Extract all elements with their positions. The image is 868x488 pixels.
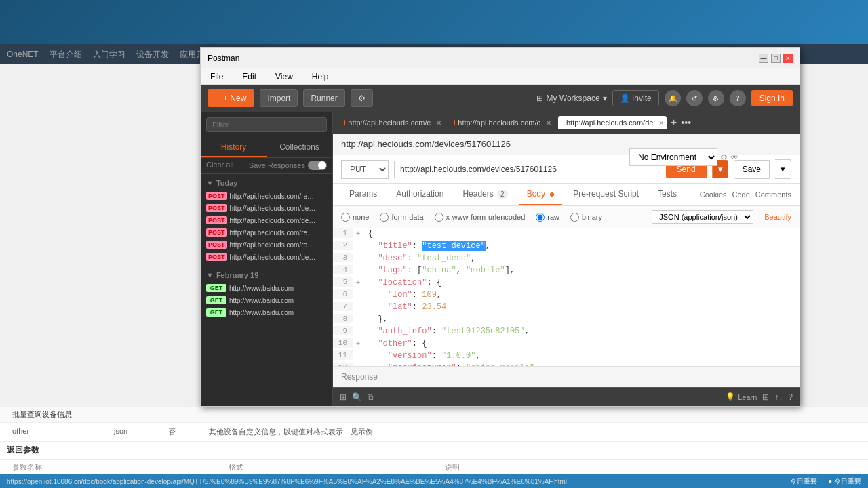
bg-header <box>0 0 868 44</box>
tab-add-button[interactable]: + <box>671 117 677 129</box>
code-line-9: 9 "auth_info": "test01235n82105", <box>333 326 800 338</box>
line-expand-1[interactable]: + <box>353 228 363 238</box>
invite-button[interactable]: 👤 Invite <box>612 90 659 106</box>
history-url: http://api.heclouds.com/register_de?regi… <box>230 229 318 237</box>
tab-headers[interactable]: Headers 2 <box>454 184 515 205</box>
list-item[interactable]: GET http://www.baidu.com <box>206 306 327 319</box>
menu-file[interactable]: File <box>206 70 227 83</box>
none-radio[interactable] <box>341 213 350 222</box>
tab-collections[interactable]: Collections <box>267 138 332 157</box>
comments-link[interactable]: Comments <box>755 190 791 199</box>
line-num-4: 4 <box>333 265 353 274</box>
tab-tests[interactable]: Tests <box>650 184 685 205</box>
tab-item-2[interactable]: http://api.heclouds.com/c ✕ <box>448 116 557 129</box>
title-bar-left: Postman <box>208 54 239 63</box>
binary-radio[interactable] <box>570 213 579 222</box>
line-expand-10[interactable]: + <box>353 338 363 348</box>
tab-close-2[interactable]: ✕ <box>546 119 551 127</box>
list-item[interactable]: GET http://www.baidu.com <box>206 282 327 294</box>
form-data-option[interactable]: form-data <box>380 213 423 222</box>
clear-all-button[interactable]: Clear all <box>206 161 233 170</box>
settings-icon[interactable]: ⚙ <box>708 90 724 106</box>
tab-label-1: http://api.heclouds.com/c <box>348 119 431 127</box>
bottom-icon-3[interactable]: ⧉ <box>368 392 374 402</box>
line-num-9: 9 <box>333 326 353 336</box>
list-item[interactable]: POST http://api.heclouds.com/devices <box>206 251 327 263</box>
sync-icon[interactable]: ↺ <box>686 90 703 106</box>
history-url: http://www.baidu.com <box>229 309 294 317</box>
menu-view[interactable]: View <box>271 70 297 83</box>
none-option[interactable]: none <box>341 213 369 222</box>
list-item[interactable]: POST http://api.heclouds.com/register_de… <box>206 190 327 202</box>
menu-edit[interactable]: Edit <box>238 70 260 83</box>
list-item[interactable]: GET http://www.baidu.com <box>206 294 327 306</box>
urlencoded-option[interactable]: x-www-form-urlencoded <box>435 213 526 222</box>
beautify-button[interactable]: Beautify <box>764 213 791 221</box>
bottom-right-icon-2[interactable]: ↑↓ <box>774 392 783 402</box>
line-content-7: "lat": 23.54 <box>363 302 446 312</box>
tab-close-3[interactable]: ✕ <box>658 119 664 127</box>
body-dot <box>550 192 554 197</box>
notification-icon[interactable]: 🔔 <box>665 90 681 106</box>
form-data-radio[interactable] <box>380 213 389 222</box>
line-expand-2 <box>353 241 363 242</box>
line-expand-5[interactable]: + <box>353 277 363 287</box>
menu-help[interactable]: Help <box>308 70 333 83</box>
filter-input[interactable] <box>206 117 327 132</box>
urlencoded-radio[interactable] <box>435 213 443 222</box>
nav-item-1[interactable]: OneNET <box>7 49 39 59</box>
json-type-select[interactable]: JSON (application/json) <box>652 210 753 224</box>
learn-button[interactable]: 💡 Learn <box>726 392 757 401</box>
bottom-right-icon-1[interactable]: ⊞ <box>762 392 769 402</box>
code-editor[interactable]: 1 + { 2 "title": "test_device", 3 "desc"… <box>333 228 800 366</box>
tab-dot-1 <box>344 120 345 125</box>
import-button[interactable]: Import <box>260 89 298 107</box>
method-select[interactable]: PUT <box>341 160 389 179</box>
extra-button[interactable]: ⚙ <box>351 89 373 107</box>
tab-body[interactable]: Body <box>519 184 563 205</box>
sign-in-button[interactable]: Sign In <box>751 90 793 106</box>
list-item[interactable]: POST http://api.heclouds.com/register_de… <box>206 226 327 239</box>
toggle-switch[interactable] <box>308 161 327 170</box>
save-responses-toggle[interactable]: Save Responses <box>249 161 327 170</box>
tab-item-3[interactable]: http://api.heclouds.com/de ✕ <box>558 116 667 129</box>
history-url: http://www.baidu.com <box>229 285 294 292</box>
bottom-right-icon-3[interactable]: ? <box>788 392 793 402</box>
save-dropdown-button[interactable]: ▾ <box>775 159 791 179</box>
history-today: ▼ Today POST http://api.heclouds.com/reg… <box>201 174 332 266</box>
list-item[interactable]: POST http://api.heclouds.com/devices <box>206 214 327 226</box>
env-eye-icon[interactable]: 👁 <box>730 152 738 162</box>
nav-item-2[interactable]: 平台介绍 <box>50 49 82 60</box>
bottom-icon-2[interactable]: 🔍 <box>352 392 362 402</box>
workspace-button[interactable]: ⊞ My Workspace ▾ <box>536 94 606 103</box>
runner-button[interactable]: Runner <box>303 89 344 107</box>
list-item[interactable]: POST http://api.heclouds.com/devices <box>206 202 327 214</box>
tab-history[interactable]: History <box>201 138 267 157</box>
nav-item-3[interactable]: 入门学习 <box>93 49 125 60</box>
tab-params[interactable]: Params <box>341 184 385 205</box>
line-content-1: { <box>363 228 373 239</box>
cookies-link[interactable]: Cookies <box>700 190 727 199</box>
code-link[interactable]: Code <box>732 190 750 199</box>
env-settings-icon[interactable]: ⚙ <box>720 152 728 162</box>
binary-option[interactable]: binary <box>570 213 602 222</box>
tab-close-1[interactable]: ✕ <box>436 119 441 127</box>
raw-option[interactable]: raw <box>536 213 559 222</box>
nav-item-4[interactable]: 设备开发 <box>136 49 169 60</box>
maximize-button[interactable]: □ <box>771 54 781 63</box>
close-button[interactable]: ✕ <box>783 54 793 63</box>
url-input[interactable] <box>394 161 660 178</box>
tab-pre-request[interactable]: Pre-request Script <box>565 184 647 205</box>
minimize-button[interactable]: — <box>759 54 768 63</box>
list-item[interactable]: POST http://api.heclouds.com/register_de <box>206 239 327 251</box>
tab-authorization[interactable]: Authorization <box>388 184 452 205</box>
new-button[interactable]: + + New <box>208 89 254 107</box>
raw-radio[interactable] <box>536 213 545 222</box>
tab-more-button[interactable]: ••• <box>681 117 691 128</box>
save-button[interactable]: Save <box>734 160 770 179</box>
tab-item-1[interactable]: http://api.heclouds.com/c ✕ <box>338 116 447 129</box>
env-select[interactable]: No Environment <box>629 148 717 166</box>
help-icon[interactable]: ? <box>730 90 746 106</box>
bottom-icon-1[interactable]: ⊞ <box>340 392 347 402</box>
method-badge-get: GET <box>206 296 226 304</box>
